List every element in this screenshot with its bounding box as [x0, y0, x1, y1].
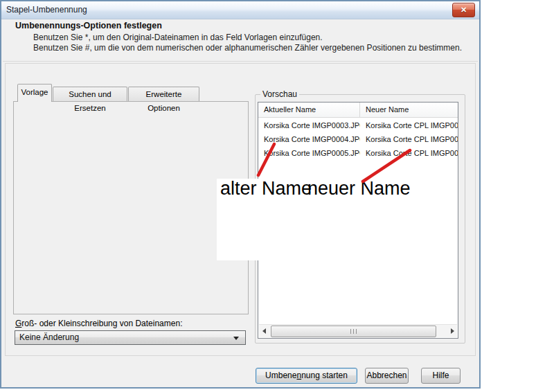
scroll-left-icon[interactable]	[259, 325, 269, 337]
help-button[interactable]: Hilfe	[421, 368, 461, 384]
list-header: Aktueller Name Neuer Name	[258, 103, 458, 118]
case-label: Groß- oder Kleinschreibung von Dateiname…	[15, 319, 182, 328]
header-separator	[3, 61, 478, 62]
header-hint-2: Benutzen Sie #, um die von dem numerisch…	[33, 43, 462, 53]
current-name-cell: Korsika Corte IMGP0003.JPG	[258, 118, 360, 132]
new-name-cell: Korsika Corte CPL IMGP0005.J	[360, 146, 458, 160]
preview-rows: Korsika Corte IMGP0003.JPGKorsika Corte …	[258, 118, 458, 160]
chevron-down-icon[interactable]	[233, 337, 239, 340]
table-row[interactable]: Korsika Corte IMGP0003.JPGKorsika Corte …	[258, 118, 458, 132]
new-name-cell: Korsika Corte CPL IMGP0003.J	[360, 118, 458, 132]
annotation-new-name: neuer Name	[307, 178, 411, 199]
cancel-button[interactable]: Abbrechen	[365, 368, 409, 384]
scrollbar-thumb[interactable]	[271, 326, 436, 337]
window-title: Stapel-Umbenennung	[6, 5, 87, 15]
close-icon[interactable]: ✕	[452, 3, 475, 17]
new-name-cell: Korsika Corte CPL IMGP0004.J	[360, 132, 458, 146]
case-value: Keine Änderung	[19, 332, 79, 342]
title-bar[interactable]: Stapel-Umbenennung ✕	[1, 1, 479, 19]
annotation-old-name: alter Name	[220, 178, 312, 199]
tab-suchen-und-ersetzen[interactable]: Suchen und Ersetzen	[53, 87, 127, 101]
tab-erweiterte-optionen[interactable]: Erweiterte Optionen	[128, 87, 199, 101]
header-hint-1: Benutzen Sie *, um den Original-Dateinam…	[33, 33, 323, 42]
column-header-current-name[interactable]: Aktueller Name	[258, 103, 360, 117]
scroll-right-icon[interactable]	[447, 325, 457, 337]
table-row[interactable]: Korsika Corte IMGP0005.JPGKorsika Corte …	[258, 146, 458, 160]
page-title: Umbenennungs-Optionen festlegen	[15, 21, 162, 30]
table-row[interactable]: Korsika Corte IMGP0004.JPGKorsika Corte …	[258, 132, 458, 146]
preview-title: Vorschau	[260, 89, 299, 99]
current-name-cell: Korsika Corte IMGP0004.JPG	[258, 132, 360, 146]
start-rename-button[interactable]: Umbenennung starten	[256, 368, 357, 384]
column-header-new-name[interactable]: Neuer Name	[360, 103, 458, 117]
tab-page-vorlage	[13, 101, 249, 314]
horizontal-scrollbar[interactable]	[259, 324, 457, 337]
tab-vorlage[interactable]: Vorlage	[17, 84, 52, 102]
case-combobox[interactable]: Keine Änderung	[15, 330, 246, 345]
current-name-cell: Korsika Corte IMGP0005.JPG	[258, 146, 360, 160]
